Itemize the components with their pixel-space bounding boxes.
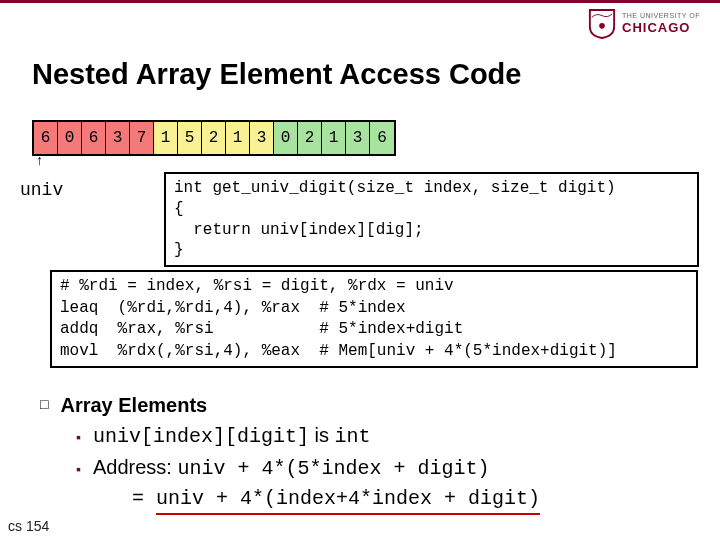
array-cell: 1 [154,122,178,154]
array-cell: 2 [202,122,226,154]
text-is: is [309,424,335,446]
array-cell: 6 [370,122,394,154]
text-address: Address: [93,456,177,478]
univ-label: univ [20,180,63,200]
shield-icon [588,8,616,40]
bullet-square-icon: □ [40,394,48,420]
array-cell: 0 [274,122,298,154]
array-cell: 3 [346,122,370,154]
eq-sign: = [132,487,156,510]
university-logo: THE UNIVERSITY OF CHICAGO [588,8,700,40]
code-span: univ[index][digit] [93,425,309,448]
array-cell: 1 [226,122,250,154]
code-span-addr: univ + 4*(5*index + digit) [177,457,489,480]
array-cell: 6 [34,122,58,154]
bullet-sub-icon: ▪ [76,459,81,484]
logo-name: CHICAGO [622,20,700,36]
array-cell: 3 [250,122,274,154]
array-cell: 6 [82,122,106,154]
svg-point-0 [599,23,605,29]
array-cell: 0 [58,122,82,154]
array-visual: 606371521302136 [32,120,396,156]
red-underline [156,513,540,515]
code-span-expanded: univ + 4*(index+4*index + digit) [156,487,540,510]
asm-code-box: # %rdi = index, %rsi = digit, %rdx = uni… [50,270,698,368]
footer-label: cs 154 [8,518,49,534]
array-cell: 2 [298,122,322,154]
c-code-box: int get_univ_digit(size_t index, size_t … [164,172,699,267]
code-span-int: int [335,425,371,448]
array-cell: 3 [106,122,130,154]
bullet-heading: Array Elements [60,394,207,416]
array-cell: 7 [130,122,154,154]
slide-title: Nested Array Element Access Code [32,58,521,91]
array-cell: 5 [178,122,202,154]
arrow-up-icon: ↑ [36,152,43,168]
logo-small-text: THE UNIVERSITY OF [622,12,700,20]
bullet-sub-icon: ▪ [76,427,81,452]
bullet-section: □ Array Elements ▪ univ[index][digit] is… [40,390,700,514]
header-rule [0,0,720,3]
array-cell: 1 [322,122,346,154]
